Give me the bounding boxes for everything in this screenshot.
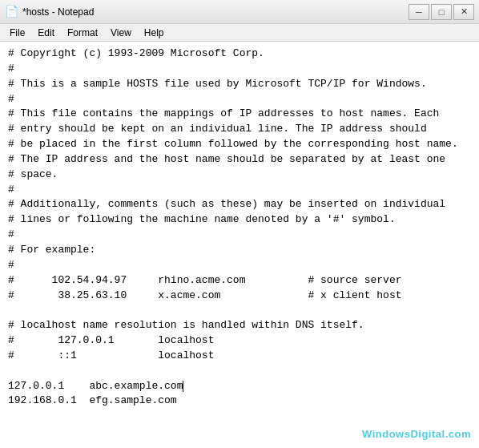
window-title: *hosts - Notepad bbox=[22, 6, 404, 18]
notepad-icon: 📄 bbox=[5, 6, 18, 18]
menu-help[interactable]: Help bbox=[138, 26, 171, 40]
maximize-button[interactable]: □ bbox=[431, 4, 452, 20]
minimize-button[interactable]: ─ bbox=[409, 4, 429, 20]
watermark: WindowsDigital.com bbox=[362, 428, 471, 440]
menu-bar: File Edit Format View Help bbox=[0, 24, 479, 42]
editor-content: # Copyright (c) 1993-2009 Microsoft Corp… bbox=[8, 46, 471, 409]
title-bar: 📄 *hosts - Notepad ─ □ ✕ bbox=[0, 0, 479, 24]
menu-format[interactable]: Format bbox=[61, 26, 104, 40]
editor-area[interactable]: # Copyright (c) 1993-2009 Microsoft Corp… bbox=[0, 42, 479, 448]
menu-file[interactable]: File bbox=[3, 26, 31, 40]
close-button[interactable]: ✕ bbox=[453, 4, 474, 20]
menu-view[interactable]: View bbox=[104, 26, 138, 40]
menu-edit[interactable]: Edit bbox=[31, 26, 61, 40]
window-controls: ─ □ ✕ bbox=[409, 4, 474, 20]
